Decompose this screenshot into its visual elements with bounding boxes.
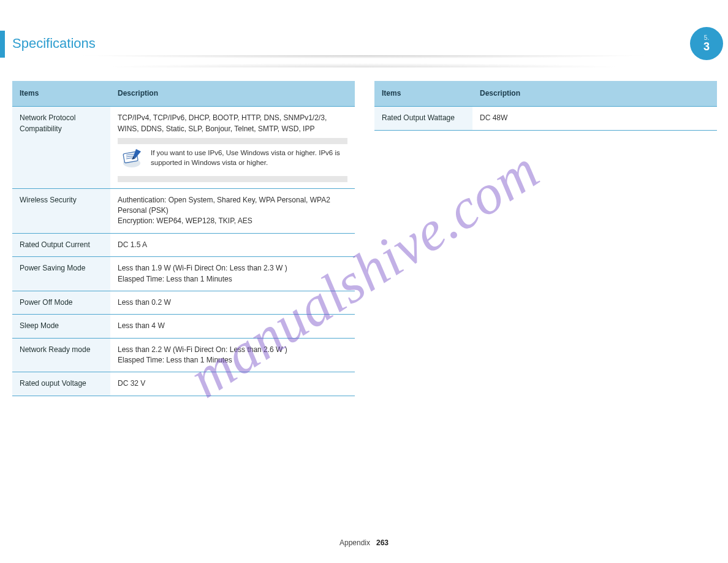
badge-page: 3 [703, 41, 710, 52]
spec-value: Less than 2.2 W (Wi-Fi Direct On: Less t… [110, 338, 355, 372]
spec-table-left: Items Description Network Protocol Compa… [12, 81, 355, 396]
spec-value: DC 32 V [110, 372, 355, 396]
spec-value: DC 1.5 A [110, 233, 355, 256]
page-title: Specifications [12, 36, 96, 52]
spec-key: Rated Output Current [12, 233, 110, 256]
spec-key: Rated Output Wattage [374, 107, 472, 130]
table-row: Network Protocol Compatibility TCP/IPv4,… [12, 107, 355, 188]
spec-key: Sleep Mode [12, 315, 110, 338]
table-row: Rated Output Current DC 1.5 A [12, 233, 355, 256]
table-row: Rated Output Wattage DC 48W [374, 107, 717, 130]
spec-value: TCP/IPv4, TCP/IPv6, DHCP, BOOTP, HTTP, D… [110, 107, 355, 188]
table-header-description: Description [472, 81, 717, 107]
header-divider-shadow-2 [25, 61, 703, 67]
page-footer: Appendix 263 [0, 538, 728, 547]
table-row: Network Ready mode Less than 2.2 W (Wi-F… [12, 338, 355, 372]
table-row: Power Saving Mode Less than 1.9 W (Wi-Fi… [12, 257, 355, 291]
spec-value: Less than 4 W [110, 315, 355, 338]
header-accent-bar [0, 31, 5, 58]
note-icon [120, 148, 146, 172]
content-columns: Items Description Network Protocol Compa… [12, 81, 717, 396]
footer-page-number: 263 [376, 538, 389, 547]
table-header-items: Items [374, 81, 472, 107]
spec-table-right: Items Description Rated Output Wattage D… [374, 81, 717, 131]
spec-value: Authentication: Open System, Shared Key,… [110, 188, 355, 233]
table-row: Rated ouput Voltage DC 32 V [12, 372, 355, 396]
spec-value: Less than 1.9 W (Wi-Fi Direct On: Less t… [110, 257, 355, 291]
spec-value-text: TCP/IPv4, TCP/IPv6, DHCP, BOOTP, HTTP, D… [118, 113, 347, 134]
footer-section: Appendix [339, 538, 370, 547]
table-row: Power Off Mode Less than 0.2 W [12, 291, 355, 314]
table-row: Sleep Mode Less than 4 W [12, 315, 355, 338]
spec-key: Power Off Mode [12, 291, 110, 314]
spec-key: Power Saving Mode [12, 257, 110, 291]
spec-key: Network Protocol Compatibility [12, 107, 110, 188]
table-header-items: Items [12, 81, 110, 107]
note-text: If you want to use IPv6, Use Windows vis… [151, 148, 345, 167]
spec-value: DC 48W [472, 107, 717, 130]
note-callout: If you want to use IPv6, Use Windows vis… [118, 138, 347, 182]
badge-section: 5. [704, 35, 709, 41]
header-divider-shadow [25, 55, 703, 60]
spec-key: Rated ouput Voltage [12, 372, 110, 396]
left-column: Items Description Network Protocol Compa… [12, 81, 355, 396]
page-header: Specifications 5. 3 [0, 0, 728, 67]
spec-key: Wireless Security [12, 188, 110, 233]
spec-key: Network Ready mode [12, 338, 110, 372]
right-column: Items Description Rated Output Wattage D… [374, 81, 717, 396]
spec-value: Less than 0.2 W [110, 291, 355, 314]
table-header-description: Description [110, 81, 355, 107]
table-row: Wireless Security Authentication: Open S… [12, 188, 355, 233]
